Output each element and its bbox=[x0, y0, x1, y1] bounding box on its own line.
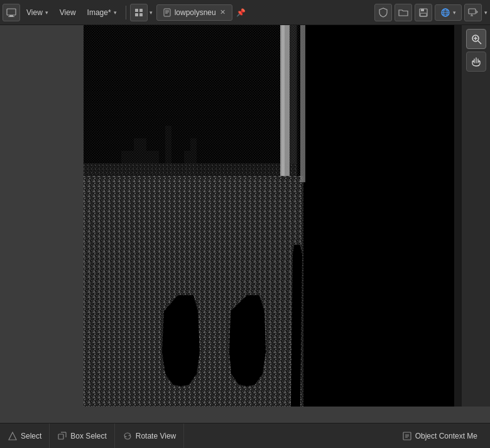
context-menu-icon bbox=[402, 431, 412, 441]
select-status-item[interactable]: Select bbox=[5, 423, 50, 448]
viewport-type-button[interactable] bbox=[130, 4, 148, 21]
box-select-icon bbox=[57, 431, 67, 441]
svg-rect-3 bbox=[135, 9, 138, 12]
right-tools-panel bbox=[461, 25, 490, 407]
box-select-status-item[interactable]: Box Select bbox=[50, 423, 114, 448]
svg-rect-43 bbox=[281, 25, 285, 182]
select-icon bbox=[8, 431, 18, 441]
editor-type-button[interactable] bbox=[3, 4, 20, 21]
shield-icon-button[interactable] bbox=[374, 4, 392, 21]
image-menu-button[interactable]: Image* ▾ bbox=[82, 4, 122, 21]
header-bar: View ▾ View Image* ▾ ▾ lowpolysneu ✕ 📌 bbox=[0, 0, 490, 25]
svg-rect-64 bbox=[58, 434, 63, 439]
select-label: Select bbox=[21, 432, 41, 440]
svg-line-60 bbox=[478, 41, 481, 44]
svg-rect-0 bbox=[7, 9, 16, 15]
zoom-tool-button[interactable] bbox=[466, 29, 486, 49]
view-menu-button-2[interactable]: View bbox=[55, 4, 81, 21]
hand-icon bbox=[471, 56, 482, 67]
viewport-dropdown-arrow[interactable]: ▾ bbox=[150, 9, 153, 16]
rotate-view-status-item[interactable]: Rotate View bbox=[115, 423, 184, 448]
svg-rect-57 bbox=[303, 25, 454, 407]
pin-icon[interactable]: 📌 bbox=[234, 8, 248, 17]
save-icon-button[interactable] bbox=[415, 4, 432, 21]
viewport-container bbox=[0, 25, 490, 407]
file-icon bbox=[163, 8, 171, 17]
context-menu-status-item[interactable]: Object Context Me bbox=[395, 423, 485, 448]
canvas-area[interactable] bbox=[84, 25, 454, 407]
hand-tool-button[interactable] bbox=[466, 52, 486, 72]
monitor-dropdown-arrow[interactable]: ▾ bbox=[484, 9, 487, 16]
svg-rect-6 bbox=[139, 13, 143, 16]
rotate-view-icon bbox=[122, 431, 133, 441]
chevron-down-icon-2: ▾ bbox=[114, 9, 117, 16]
context-menu-label: Object Context Me bbox=[415, 432, 477, 440]
svg-rect-12 bbox=[421, 9, 424, 11]
svg-rect-58 bbox=[300, 25, 305, 182]
svg-rect-4 bbox=[139, 9, 143, 12]
image-canvas bbox=[84, 25, 454, 407]
svg-marker-63 bbox=[9, 432, 16, 440]
box-select-label: Box Select bbox=[70, 432, 106, 440]
view-menu-button-1[interactable]: View ▾ bbox=[21, 4, 53, 21]
rotate-view-label: Rotate View bbox=[136, 432, 176, 440]
svg-rect-13 bbox=[420, 13, 427, 16]
zoom-icon bbox=[471, 33, 482, 45]
filename-label: lowpolysneu bbox=[175, 8, 216, 17]
header-right-controls: ▾ ▾ bbox=[374, 4, 487, 21]
filename-tab[interactable]: lowpolysneu ✕ bbox=[156, 4, 232, 21]
globe-dropdown-arrow: ▾ bbox=[453, 9, 456, 16]
chevron-down-icon: ▾ bbox=[45, 9, 48, 16]
svg-rect-1 bbox=[9, 15, 13, 16]
folder-icon-button[interactable] bbox=[395, 4, 412, 21]
globe-icon bbox=[440, 8, 450, 18]
globe-button[interactable]: ▾ bbox=[435, 4, 462, 21]
svg-rect-2 bbox=[8, 16, 14, 17]
svg-rect-7 bbox=[164, 9, 170, 16]
status-bar: Select Box Select Rotate View bbox=[0, 423, 490, 448]
svg-rect-19 bbox=[469, 9, 476, 14]
left-gutter bbox=[0, 25, 84, 407]
close-tab-button[interactable]: ✕ bbox=[220, 8, 226, 16]
monitor-icon-button[interactable] bbox=[464, 4, 482, 21]
svg-rect-5 bbox=[135, 13, 138, 16]
